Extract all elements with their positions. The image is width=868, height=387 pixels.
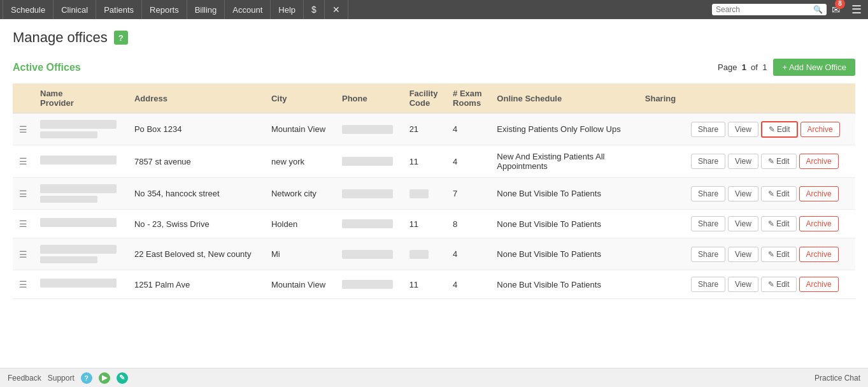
edit-button[interactable]: ✎Edit: [761, 186, 797, 201]
search-input[interactable]: [716, 5, 811, 14]
view-button[interactable]: View: [728, 186, 758, 201]
section-right: Page 1 of 1 + Add New Office: [718, 59, 855, 76]
exam-rooms-cell: 8: [446, 210, 490, 238]
pencil-icon: ✎: [769, 125, 775, 134]
pencil-icon: ✎: [768, 189, 774, 198]
mail-icon[interactable]: ✉ 8: [832, 4, 840, 16]
actions-cell: Share View ✎Edit Archive: [685, 210, 855, 238]
nav-billing[interactable]: Billing: [187, 0, 225, 19]
edit-button[interactable]: ✎Edit: [761, 121, 798, 138]
nav-dollar-icon[interactable]: $: [304, 0, 325, 19]
nav-reports[interactable]: Reports: [142, 0, 187, 19]
address-cell: 22 East Beloved st, New county: [128, 238, 265, 270]
exam-rooms-cell: 4: [446, 113, 490, 145]
col-facility-code: FacilityCode: [403, 84, 446, 113]
actions-cell: Share View ✎Edit Archive: [685, 270, 855, 299]
provider-placeholder: [40, 196, 97, 203]
sharing-cell: [639, 113, 685, 145]
action-buttons: Share View ✎Edit Archive: [691, 186, 849, 201]
share-button[interactable]: Share: [691, 216, 725, 231]
edit-button[interactable]: ✎Edit: [761, 154, 797, 169]
share-button[interactable]: Share: [691, 122, 725, 137]
nav-close-icon[interactable]: ✕: [325, 0, 348, 19]
facility-code-cell: 11: [403, 145, 446, 178]
action-buttons: Share View ✎Edit Archive: [691, 247, 849, 262]
exam-rooms-cell: 4: [446, 270, 490, 299]
facility-placeholder: [409, 189, 429, 198]
phone-cell: [336, 178, 403, 210]
online-schedule-cell: Existing Patients Only Follow Ups: [490, 113, 638, 145]
nav-schedule[interactable]: Schedule: [3, 0, 53, 19]
col-exam-rooms: # ExamRooms: [446, 84, 490, 113]
exam-rooms-cell: 4: [446, 145, 490, 178]
phone-placeholder: [342, 250, 393, 259]
archive-button[interactable]: Archive: [799, 216, 839, 231]
city-cell: new york: [265, 145, 336, 178]
name-placeholder: [40, 184, 117, 193]
name-cell: [34, 210, 128, 238]
nav-account[interactable]: Account: [225, 0, 271, 19]
edit-button[interactable]: ✎Edit: [761, 247, 797, 262]
nav-help[interactable]: Help: [271, 0, 304, 19]
sharing-cell: [639, 178, 685, 210]
provider-placeholder: [40, 256, 97, 263]
address-cell: No - 23, Swiss Drive: [128, 210, 265, 238]
edit-button[interactable]: ✎Edit: [761, 277, 797, 292]
exam-rooms-cell: 7: [446, 178, 490, 210]
archive-button[interactable]: Archive: [800, 122, 840, 137]
table-row: ☰22 East Beloved st, New countyMi4None B…: [13, 238, 855, 270]
archive-button[interactable]: Archive: [799, 186, 839, 201]
pagination-info: Page 1 of 1: [718, 62, 767, 72]
view-button[interactable]: View: [728, 216, 758, 231]
table-body: ☰Po Box 1234Mountain View214Existing Pat…: [13, 113, 855, 299]
archive-button[interactable]: Archive: [799, 277, 839, 292]
share-button[interactable]: Share: [691, 154, 725, 169]
archive-button[interactable]: Archive: [799, 154, 839, 169]
city-cell: Mi: [265, 238, 336, 270]
address-cell: No 354, hancock street: [128, 178, 265, 210]
page-header: Manage offices ?: [13, 29, 855, 46]
facility-code-cell: 11: [403, 270, 446, 299]
nav-patients[interactable]: Patients: [96, 0, 142, 19]
action-buttons: Share View ✎Edit Archive: [691, 154, 849, 169]
phone-cell: [336, 238, 403, 270]
archive-button[interactable]: Archive: [799, 247, 839, 262]
add-new-office-button[interactable]: + Add New Office: [773, 59, 855, 76]
name-placeholder: [40, 156, 117, 164]
row-list-icon[interactable]: ☰: [19, 189, 27, 199]
share-button[interactable]: Share: [691, 186, 725, 201]
view-button[interactable]: View: [728, 122, 758, 137]
name-placeholder: [40, 279, 117, 288]
online-schedule-cell: None But Visible To Patients: [490, 238, 638, 270]
search-box[interactable]: 🔍: [712, 4, 827, 15]
name-cell: [34, 145, 128, 178]
row-list-icon[interactable]: ☰: [19, 124, 27, 135]
row-list-icon[interactable]: ☰: [19, 219, 27, 229]
name-placeholder: [40, 120, 117, 129]
phone-cell: [336, 210, 403, 238]
name-cell: [34, 113, 128, 145]
page-title: Manage offices: [13, 29, 108, 46]
name-placeholder: [40, 245, 117, 254]
row-list-icon[interactable]: ☰: [19, 279, 27, 289]
phone-cell: [336, 113, 403, 145]
col-address: Address: [128, 84, 265, 113]
city-cell: Mountain View: [265, 113, 336, 145]
phone-placeholder: [342, 157, 393, 166]
view-button[interactable]: View: [728, 154, 758, 169]
hamburger-menu-icon[interactable]: ☰: [848, 3, 865, 17]
facility-code-cell: [403, 238, 446, 270]
share-button[interactable]: Share: [691, 277, 725, 292]
top-navigation: Schedule Clinical Patients Reports Billi…: [0, 0, 868, 19]
view-button[interactable]: View: [728, 277, 758, 292]
nav-clinical[interactable]: Clinical: [53, 0, 96, 19]
search-icon: 🔍: [813, 5, 823, 14]
row-list-icon[interactable]: ☰: [19, 249, 27, 259]
section-title: Active Offices: [13, 62, 81, 73]
share-button[interactable]: Share: [691, 247, 725, 262]
help-button[interactable]: ?: [114, 31, 128, 45]
view-button[interactable]: View: [728, 247, 758, 262]
edit-button[interactable]: ✎Edit: [761, 216, 797, 231]
row-list-icon[interactable]: ☰: [19, 156, 27, 166]
table-header: NameProvider Address City Phone Facility…: [13, 84, 855, 113]
